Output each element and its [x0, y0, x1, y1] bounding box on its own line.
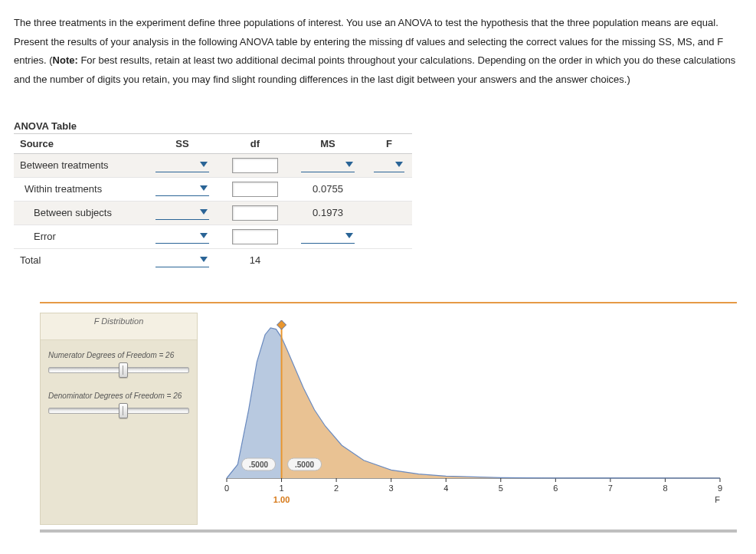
instructions-note-label: Note: [53, 54, 78, 66]
label-between-treatments: Between treatments [14, 153, 144, 177]
svg-marker-2 [395, 162, 403, 167]
ss-error-dropdown[interactable] [155, 229, 209, 244]
ss-total-dropdown[interactable] [155, 253, 209, 267]
ss-between-treatments-dropdown[interactable] [155, 158, 209, 172]
ms-error-dropdown[interactable] [301, 229, 355, 244]
row-within-treatments: Within treatments 0.0755 [14, 177, 412, 201]
numerator-df-slider[interactable] [48, 362, 189, 376]
col-ms: MS [290, 133, 366, 153]
row-total: Total 14 [14, 248, 412, 271]
slider-thumb[interactable] [119, 362, 128, 378]
svg-text:4: 4 [443, 484, 448, 493]
svg-text:1.00: 1.00 [273, 495, 290, 504]
svg-marker-31 [277, 320, 286, 329]
svg-text:9: 9 [718, 484, 722, 493]
df-within-treatments-input[interactable] [232, 182, 278, 197]
svg-marker-4 [200, 209, 208, 215]
svg-text:.5000: .5000 [249, 461, 268, 469]
anova-header-row: Source SS df MS F [14, 133, 412, 153]
svg-text:2: 2 [334, 484, 339, 493]
svg-text:6: 6 [553, 484, 558, 493]
col-ss: SS [144, 133, 221, 153]
svg-marker-7 [200, 257, 208, 262]
svg-text:7: 7 [608, 484, 613, 493]
svg-text:5: 5 [499, 484, 503, 493]
svg-text:1: 1 [279, 484, 283, 493]
svg-text:.5000: .5000 [295, 461, 314, 469]
row-between-subjects: Between subjects 0.1973 [14, 201, 412, 225]
divider-gray [40, 529, 737, 533]
df-between-treatments-input[interactable] [232, 158, 278, 173]
label-error: Error [14, 225, 144, 248]
df-between-subjects-input[interactable] [232, 205, 278, 221]
numerator-df-label: Numerator Degrees of Freedom = 26 [48, 351, 189, 359]
label-within-treatments: Within treatments [14, 177, 144, 201]
svg-text:8: 8 [663, 484, 667, 493]
svg-marker-3 [200, 185, 208, 191]
svg-text:3: 3 [389, 484, 394, 493]
col-df: df [221, 133, 290, 153]
ms-between-treatments-dropdown[interactable] [301, 158, 355, 172]
svg-marker-6 [345, 233, 353, 238]
fdist-chart[interactable]: 0123456789F1.00.5000.5000 [196, 313, 732, 512]
svg-marker-5 [200, 233, 208, 238]
ms-between-subjects-value: 0.1973 [290, 201, 366, 225]
fdist-controls-panel: F Distribution Numerator Degrees of Free… [40, 313, 198, 525]
label-total: Total [14, 248, 144, 271]
anova-table: Source SS df MS F Between treatments Wit… [14, 133, 412, 271]
label-between-subjects: Between subjects [14, 201, 144, 225]
slider-thumb[interactable] [119, 403, 128, 418]
divider-orange [40, 302, 737, 303]
denominator-df-label: Denominator Degrees of Freedom = 26 [48, 392, 189, 400]
svg-text:0: 0 [224, 484, 229, 493]
row-error: Error [14, 225, 412, 248]
svg-text:F: F [715, 495, 720, 504]
ss-between-subjects-dropdown[interactable] [155, 205, 209, 220]
df-error-input[interactable] [232, 229, 278, 244]
denominator-df-slider[interactable] [48, 403, 189, 417]
f-between-treatments-dropdown[interactable] [374, 158, 404, 172]
col-source: Source [14, 133, 144, 153]
svg-marker-1 [345, 162, 353, 167]
df-total-value: 14 [221, 248, 290, 271]
svg-marker-0 [200, 162, 208, 167]
ss-within-treatments-dropdown[interactable] [155, 182, 209, 196]
instructions-text: The three treatments in the experiment d… [14, 14, 742, 90]
ms-within-treatments-value: 0.0755 [290, 177, 366, 201]
col-f: F [366, 133, 412, 153]
instructions-text-b: For best results, retain at least two ad… [14, 54, 735, 85]
anova-table-title: ANOVA Table [14, 120, 742, 132]
row-between-treatments: Between treatments [14, 153, 412, 177]
fdist-title: F Distribution [41, 313, 197, 340]
